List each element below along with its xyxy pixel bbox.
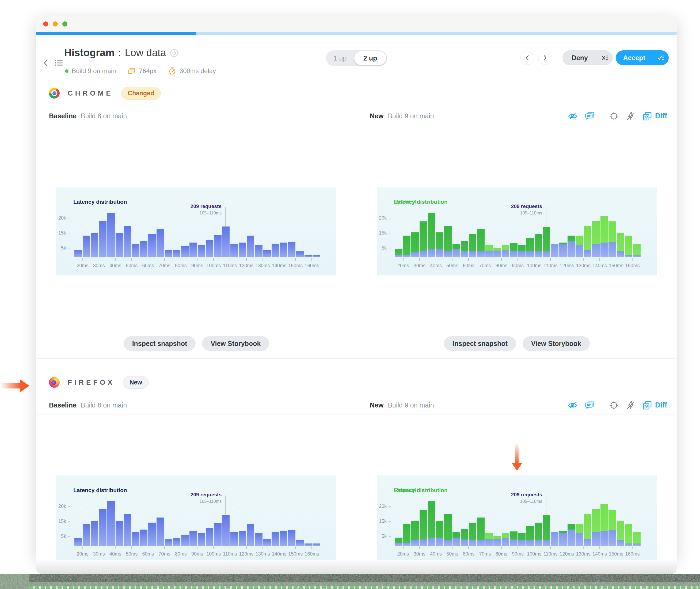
bar [247, 524, 255, 546]
browser-name: CHROME [68, 89, 113, 97]
diff-toggle[interactable]: Diff [642, 400, 667, 410]
histogram-bin [148, 501, 156, 546]
next-change-button[interactable] [538, 51, 552, 65]
histogram-bin [527, 213, 534, 257]
inspect-snapshot-button[interactable]: Inspect snapshot [444, 336, 516, 351]
zap-off-icon[interactable] [626, 401, 635, 410]
new-label: New [370, 401, 383, 409]
histogram-bin [609, 501, 616, 546]
inspect-snapshot-button[interactable]: Inspect snapshot [124, 336, 196, 351]
histogram-bin [461, 501, 468, 546]
annotation: 209 requests105–110ms [511, 492, 542, 504]
previous-change-button[interactable] [520, 51, 535, 65]
histogram-bin [559, 213, 567, 257]
chart-title-tail: distribution [415, 199, 447, 205]
histogram-bin [313, 213, 320, 257]
x-axis-tickmark [403, 547, 403, 549]
go-to-story-icon[interactable] [170, 49, 179, 57]
histogram-bin [395, 501, 402, 546]
bar [107, 501, 115, 546]
x-axis-tick: 60ms [463, 551, 474, 557]
crosshair-icon[interactable] [609, 401, 619, 410]
close-window-button[interactable] [43, 21, 48, 26]
histogram-bin [280, 213, 287, 257]
histogram-bin [510, 213, 517, 257]
accept-button[interactable]: Accept [616, 50, 669, 65]
zap-off-icon[interactable] [626, 112, 635, 121]
x-axis-tick: 60ms [142, 263, 154, 268]
deny-button[interactable]: Deny [563, 50, 613, 65]
crosshair-icon[interactable] [609, 112, 619, 121]
histogram-bin [411, 213, 419, 257]
histogram-bin [296, 213, 304, 257]
x-axis-tick: 40ms [430, 263, 442, 268]
x-axis-tick: 40ms [109, 263, 121, 268]
bar [91, 233, 98, 257]
zoom-window-button[interactable] [62, 21, 67, 26]
histogram-bin [609, 213, 616, 257]
histogram-bin [510, 501, 517, 546]
eye-off-icon[interactable] [568, 401, 578, 410]
y-axis-tick: 20k [56, 504, 70, 509]
glitch-word-b: Request [394, 487, 416, 493]
diff-blue-bar [601, 531, 608, 546]
deny-all-menu[interactable] [597, 50, 613, 65]
build-status-text: Build 9 on main [72, 67, 116, 75]
diff-blue-bar [617, 251, 624, 257]
diff-blue-bar [633, 255, 641, 257]
histogram-bin [165, 213, 172, 257]
bar [255, 533, 263, 546]
histogram-bin [477, 501, 484, 546]
view-storybook-button[interactable]: View Storybook [202, 336, 269, 351]
firefox-icon [49, 377, 60, 388]
histogram-bin [428, 501, 435, 546]
bar [231, 532, 238, 546]
diff-blue-bar [625, 255, 633, 257]
accept-all-menu[interactable] [653, 50, 669, 65]
histogram-bars [395, 213, 641, 257]
bar [263, 539, 271, 546]
annotation: 209 requests105–110ms [191, 203, 222, 215]
chevron-right-icon [542, 54, 548, 61]
story-list-button[interactable] [54, 58, 64, 67]
browser-row-firefox: FIREFOX New [49, 376, 149, 388]
toggle-1up[interactable]: 1 up [326, 54, 354, 62]
bar [74, 250, 82, 257]
annotation-value: 209 requests [191, 492, 222, 498]
comment-icon[interactable] [585, 112, 595, 121]
baseline-snapshot-chart[interactable]: Latency distribution20k15k5k20ms30ms40ms… [56, 475, 336, 560]
diff-blue-bar [485, 251, 493, 257]
histogram-bin [411, 501, 419, 546]
histogram-bin [428, 213, 435, 257]
diff-toggle[interactable]: Diff [642, 111, 667, 121]
viewport-text: 764px [139, 67, 156, 75]
histogram-bin [231, 213, 238, 257]
histogram-bin [272, 501, 279, 546]
delay-text: 300ms delay [180, 67, 216, 75]
minimize-window-button[interactable] [53, 21, 58, 26]
eye-off-icon[interactable] [568, 112, 578, 121]
bar [313, 255, 320, 257]
back-button[interactable] [42, 58, 50, 67]
histogram-bin [485, 213, 493, 257]
x-axis-tickmark [213, 258, 214, 261]
annotation-line [546, 496, 547, 515]
histogram-bin [576, 501, 583, 546]
new-snapshot-chart[interactable]: LatencyRequest distribution20k15k5k20ms3… [377, 475, 657, 560]
diff-blue-bar [428, 538, 435, 546]
new-snapshot-chart[interactable]: LatencyRequest distribution20k15k5k20ms3… [377, 187, 657, 275]
bar [132, 244, 139, 257]
builds-row-firefox: Baseline Build 8 on main New Build 9 on … [36, 396, 677, 414]
view-storybook-button[interactable]: View Storybook [522, 336, 590, 351]
toggle-2up[interactable]: 2 up [354, 51, 386, 65]
x-axis-tick: 20ms [77, 263, 88, 268]
histogram-bin [140, 501, 148, 546]
annotation-range: 105–110ms [511, 499, 542, 504]
histogram-bin [190, 213, 197, 257]
x-axis-tick: 20ms [397, 263, 409, 268]
comment-icon[interactable] [585, 401, 595, 410]
y-axis-tick: 20k [377, 215, 391, 221]
baseline-snapshot-chart[interactable]: Latency distribution20k15k5k20ms30ms40ms… [56, 187, 336, 275]
diff-blue-bar [420, 251, 427, 257]
diff-blue-bar [551, 244, 559, 257]
